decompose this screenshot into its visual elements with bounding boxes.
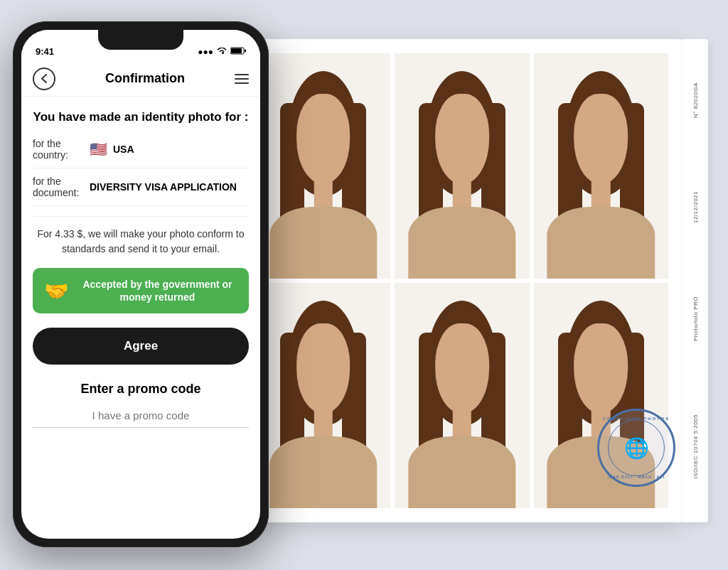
country-name: USA [113,144,134,155]
sheet-number: N° 82020GA [692,82,699,118]
passport-photo [395,53,529,279]
phone-shell: 9:41 ●●● Confirmation [13,21,269,547]
menu-line [235,82,249,84]
guarantee-text: Accepted by the government or money retu… [77,278,237,303]
photo-cell-3 [534,53,668,279]
photo-sheet-sidebar: N° 82020GA 12/12/2021 Photo/foto PRO ISO… [682,39,708,522]
sheet-brand: Photo/foto PRO [692,296,699,341]
passport-photo [534,53,668,279]
document-value: DIVERSITY VISA APPLICATION [90,181,237,193]
phone-mockup: 9:41 ●●● Confirmation [13,21,269,547]
stamp-text-bottom: ICAO OACI · NMAO · FCI [608,475,665,479]
menu-line [235,74,249,75]
guarantee-banner: 🤝 Accepted by the government or money re… [33,268,249,313]
photo-sheet: N° 82020GA 12/12/2021 Photo/foto PRO ISO… [242,39,682,522]
agree-button[interactable]: Agree [33,328,249,365]
compliance-stamp: COMPLIANT PHOTOS 🌐 ICAO OACI · NMAO · FC… [597,409,682,494]
section-title: You have made an identity photo for : [33,109,249,125]
signal-icon: ●●● [198,47,213,57]
promo-section: Enter a promo code [33,382,249,428]
photo-cell-1 [256,53,390,279]
screen-content: You have made an identity photo for : fo… [21,97,260,539]
divider [33,216,249,217]
menu-line [235,78,249,80]
photo-cell-4 [256,283,390,508]
document-row: for the document: DIVERSITY VISA APPLICA… [33,176,249,206]
country-row: for the country: 🇺🇸 USA [33,138,249,168]
battery-icon [230,47,246,57]
nav-title: Confirmation [105,71,185,86]
globe-icon: 🌐 [624,436,649,460]
phone-screen: 9:41 ●●● Confirmation [21,30,260,539]
passport-photo [256,53,390,279]
back-button[interactable] [33,68,55,90]
country-value: 🇺🇸 USA [90,141,134,158]
price-text: For 4.33 $, we will make your photo conf… [33,227,249,257]
stamp-circle: COMPLIANT PHOTOS 🌐 ICAO OACI · NMAO · FC… [597,409,675,487]
photo-cell-5 [395,283,529,508]
photo-cell-2 [395,53,529,279]
sheet-date1: 12/12/2021 [692,191,699,223]
status-icons: ●●● [198,47,246,57]
phone-notch [98,30,183,50]
svg-rect-2 [245,50,246,53]
stamp-inner: 🌐 [608,419,665,476]
document-label: for the document: [33,176,90,198]
status-time: 9:41 [36,46,54,57]
stamp-text-top: COMPLIANT PHOTOS [603,416,670,421]
menu-button[interactable] [235,74,249,84]
nav-bar: Confirmation [21,61,260,97]
promo-title: Enter a promo code [33,382,249,397]
wifi-icon [217,47,227,57]
promo-input[interactable] [33,404,249,428]
svg-rect-1 [231,48,242,53]
passport-photo [395,283,529,508]
handshake-icon: 🤝 [44,279,69,303]
photo-sheet-wrapper: N° 82020GA 12/12/2021 Photo/foto PRO ISO… [242,39,725,537]
flag-icon: 🇺🇸 [90,141,107,158]
sheet-standard: ISO/IEC 10704 5:2005 [692,414,699,479]
country-label: for the country: [33,138,90,161]
passport-photo [256,283,390,508]
